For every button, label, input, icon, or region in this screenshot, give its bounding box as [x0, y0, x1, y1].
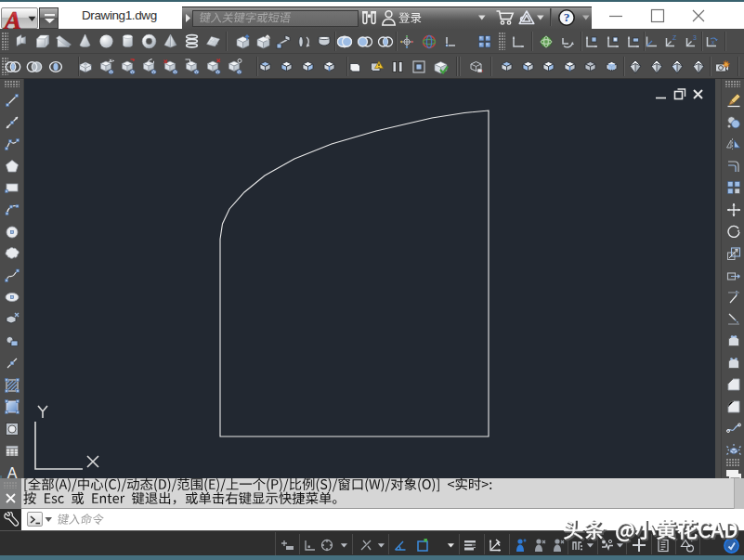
svg-text:3: 3	[693, 34, 697, 41]
svg-text:?: ?	[564, 10, 570, 24]
svg-text:x: x	[711, 39, 715, 46]
svg-text:A: A	[3, 8, 21, 29]
svg-text:Z: Z	[672, 34, 677, 41]
